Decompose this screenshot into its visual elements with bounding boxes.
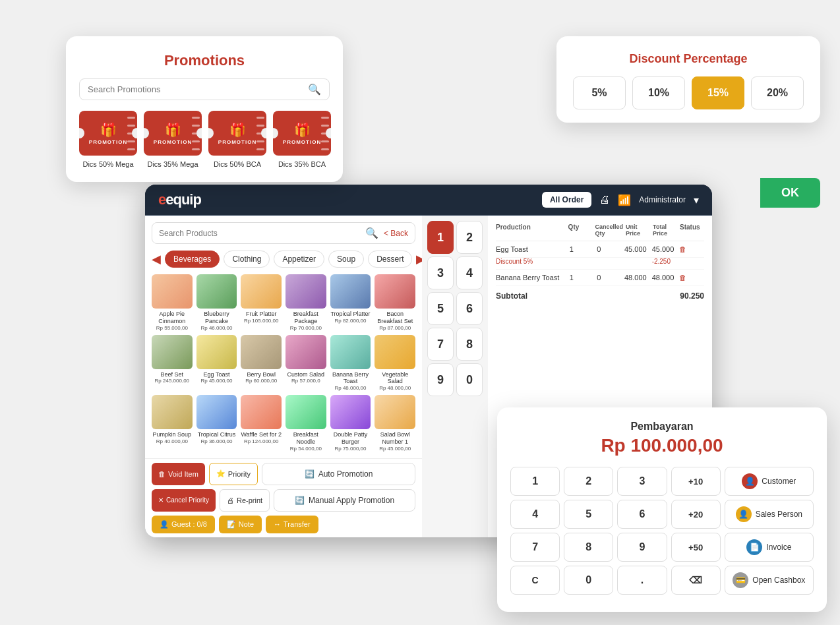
product-price: Rp 40.000,00 [152,438,193,444]
pay-btn-clear[interactable]: C [510,566,560,595]
category-tabs: ◀ Beverages Clothing Appetizer Soup Dess… [152,251,415,268]
product-item[interactable]: Waffle Set for 2Rp 124.000,00 [241,395,282,452]
pay-btn-dot[interactable]: . [617,566,667,595]
pay-cashbox-btn[interactable]: 💳 Open Cashbox [725,566,814,595]
pay-btn-4[interactable]: 4 [510,500,560,529]
cat-tab-beverages[interactable]: Beverages [165,251,220,268]
pay-btn-7[interactable]: 7 [510,533,560,562]
numpad-grid: 1 2 3 4 5 6 7 8 9 0 [427,221,483,396]
auto-promotion-button[interactable]: 🔄 Auto Promotion [262,463,415,485]
delete-row-2[interactable]: 🗑 [679,274,704,282]
pay-btn-2[interactable]: 2 [564,467,613,496]
pay-btn-0[interactable]: 0 [564,566,613,595]
delete-row-1[interactable]: 🗑 [679,245,704,253]
numpad-4[interactable]: 4 [456,256,483,289]
priority-button[interactable]: ⭐ Priority [209,463,258,485]
hand-icon: 🔄 [295,496,305,505]
cat-prev-arrow[interactable]: ◀ [152,252,161,266]
product-item[interactable]: Berry BowlRp 60.000,00 [241,335,282,392]
product-item[interactable]: Apple Pie CinnamonRp 55.000,00 [152,274,193,331]
discount-10-btn[interactable]: 10% [632,76,685,109]
numpad-5[interactable]: 5 [427,292,454,325]
numpad-0[interactable]: 0 [456,363,483,396]
discount-options: 5% 10% 15% 20% [570,76,807,109]
order-item-total-2: 48.000 [652,274,677,282]
pay-btn-6[interactable]: 6 [617,500,667,529]
cat-tab-dessert[interactable]: Dessert [368,251,412,268]
numpad-2[interactable]: 2 [456,221,483,254]
numpad-6[interactable]: 6 [456,292,483,325]
cat-tab-soup[interactable]: Soup [328,251,364,268]
discount-20-btn[interactable]: 20% [751,76,804,109]
promo-item-2[interactable]: 🎁 PROMOTION Dics 35% Mega [144,111,202,169]
product-item[interactable]: Tropical CitrusRp 36.000,00 [196,395,237,452]
order-discount-row-1: Discount 5% -2.250 [496,258,704,270]
pay-btn-5[interactable]: 5 [564,500,613,529]
ok-button[interactable]: OK [760,178,820,208]
product-item[interactable]: Salad Bowl Number 1Rp 45.000,00 [375,395,415,452]
back-link[interactable]: < Back [384,229,408,238]
product-image [375,274,415,309]
pos-search-input[interactable] [159,229,365,238]
numpad-9[interactable]: 9 [427,363,454,396]
transfer-button[interactable]: ↔ Transfer [266,516,318,533]
product-item[interactable]: Fruit PlatterRp 105.000,00 [241,274,282,331]
void-item-button[interactable]: 🗑 Void Item [152,463,205,485]
pay-btn-backspace[interactable]: ⌫ [671,566,721,595]
cat-tab-appetizer[interactable]: Appetizer [274,251,324,268]
pay-btn-1[interactable]: 1 [510,467,560,496]
product-name: Tropical Platter [330,311,371,318]
print-button[interactable]: 🖨 [599,194,610,206]
promo-item-1[interactable]: 🎁 PROMOTION Dics 50% Mega [79,111,137,169]
numpad-1[interactable]: 1 [427,221,454,254]
pay-btn-plus20[interactable]: +20 [671,500,721,529]
promotions-search-input[interactable] [88,84,308,94]
product-item[interactable]: Beef SetRp 245.000,00 [152,335,193,392]
user-label[interactable]: Administrator [639,195,686,204]
product-name: Egg Toast [196,371,237,378]
product-item[interactable]: Bacon Breakfast SetRp 87.000,00 [375,274,415,331]
re-print-button[interactable]: 🖨 Re-print [220,489,270,512]
chevron-down-icon[interactable]: ▾ [694,194,699,206]
numpad-8[interactable]: 8 [456,328,483,361]
product-item[interactable]: Egg ToastRp 45.000,00 [196,335,237,392]
numpad-3[interactable]: 3 [427,256,454,289]
promo-item-3[interactable]: 🎁 PROMOTION Dics 50% BCA [208,111,266,169]
product-price: Rp 87.000,00 [375,325,415,331]
product-item[interactable]: Custom SaladRp 57.000,0 [285,335,326,392]
cat-tab-clothing[interactable]: Clothing [224,251,270,268]
pay-btn-plus10[interactable]: +10 [671,467,721,496]
product-item[interactable]: Banana Berry ToastRp 48.000,00 [330,335,371,392]
pay-btn-9[interactable]: 9 [617,533,667,562]
product-image [196,335,237,369]
pay-salesperson-btn[interactable]: 👤 Sales Person [725,500,814,529]
order-item-unit-2: 48.000 [624,274,649,282]
numpad-7[interactable]: 7 [427,328,454,361]
pos-logo: eequip [158,191,201,208]
promo-item-4[interactable]: 🎁 PROMOTION Dics 35% BCA [273,111,331,169]
pay-btn-3[interactable]: 3 [617,467,667,496]
product-item[interactable]: Vegetable SaladRp 48.000,00 [375,335,415,392]
promo-name-3: Dics 50% BCA [214,160,261,169]
product-name: Fruit Platter [241,311,282,318]
product-item[interactable]: Double Patty BurgerRp 75.000,00 [330,395,371,452]
note-button[interactable]: 📝 Note [219,516,262,533]
pay-btn-8[interactable]: 8 [564,533,613,562]
pay-customer-btn[interactable]: 👤 Customer [725,467,814,496]
product-item[interactable]: Breakfast NoodleRp 54.000,00 [285,395,326,452]
manual-apply-button[interactable]: 🔄 Manual Apply Promotion [274,489,415,512]
wifi-icon[interactable]: 📶 [618,194,631,206]
product-image [152,395,193,429]
discount-5-btn[interactable]: 5% [573,76,626,109]
discount-15-btn[interactable]: 15% [692,76,744,109]
pay-invoice-btn[interactable]: 📄 Invoice [725,533,814,562]
guest-button[interactable]: 👤 Guest : 0/8 [152,516,215,533]
pay-btn-plus50[interactable]: +50 [671,533,721,562]
product-item[interactable]: Blueberry PancakeRp 46.000,00 [196,274,237,331]
product-item[interactable]: Breakfast PackageRp 70.000,00 [285,274,326,331]
cancel-priority-button[interactable]: ✕ Cancel Priority [152,489,216,512]
product-item[interactable]: Tropical PlatterRp 82.000,00 [330,274,371,331]
product-item[interactable]: Pumpkin SoupRp 40.000,00 [152,395,193,452]
promo-name-2: Dics 35% Mega [147,160,198,169]
all-order-button[interactable]: All Order [542,192,591,208]
